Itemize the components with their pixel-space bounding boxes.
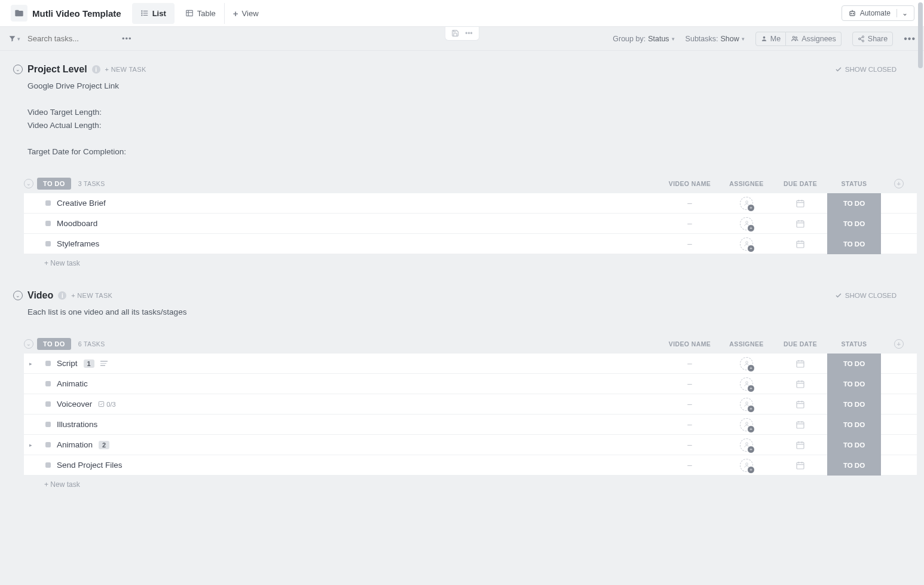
cell-video-name[interactable]: – — [660, 379, 720, 388]
cell-assignee[interactable]: + — [720, 459, 773, 472]
assign-user-icon[interactable]: + — [740, 377, 753, 391]
cell-status[interactable]: TO DO — [827, 394, 881, 415]
task-row[interactable]: ▸ Script 1 – + TO DO — [24, 354, 917, 374]
cell-due-date[interactable] — [773, 420, 827, 429]
search-input[interactable] — [23, 32, 118, 45]
cell-due-date[interactable] — [773, 461, 827, 470]
add-column[interactable]: + — [881, 339, 917, 349]
cell-status[interactable]: TO DO — [827, 234, 881, 254]
cell-status[interactable]: TO DO — [827, 354, 881, 374]
section-description[interactable]: Google Drive Project Link Video Target L… — [7, 77, 917, 159]
task-row[interactable]: Moodboard – + TO DO — [24, 214, 917, 234]
assign-user-icon[interactable]: + — [740, 438, 753, 452]
task-row[interactable]: Voiceover 0/3 – + TO DO — [24, 394, 917, 415]
cell-video-name[interactable]: – — [660, 359, 720, 368]
cell-status[interactable]: TO DO — [827, 193, 881, 214]
cell-video-name[interactable]: – — [660, 400, 720, 409]
assign-user-icon[interactable]: + — [740, 459, 753, 472]
section-title[interactable]: Video — [27, 290, 53, 301]
cell-assignee[interactable]: + — [720, 418, 773, 431]
add-column[interactable]: + — [881, 179, 917, 188]
new-task-button[interactable]: + New task — [24, 254, 917, 267]
cell-status[interactable]: TO DO — [827, 435, 881, 455]
cell-assignee[interactable]: + — [720, 217, 773, 230]
task-row[interactable]: Styleframes – + TO DO — [24, 234, 917, 254]
assign-user-icon[interactable]: + — [740, 217, 753, 230]
tab-table[interactable]: Table — [177, 3, 225, 24]
cell-video-name[interactable]: – — [660, 239, 720, 248]
assign-user-icon[interactable]: + — [740, 237, 753, 251]
automate-button[interactable]: Automate ⌄ — [842, 5, 914, 21]
task-name[interactable]: Send Project Files — [57, 461, 123, 470]
cell-due-date[interactable] — [773, 359, 827, 368]
toolbar-overflow-icon[interactable]: ••• — [904, 33, 916, 44]
collapse-group-icon[interactable]: ⌄ — [24, 339, 33, 349]
cell-due-date[interactable] — [773, 239, 827, 249]
cell-due-date[interactable] — [773, 440, 827, 450]
subtasks-control[interactable]: Subtasks: Show ▾ — [686, 35, 745, 43]
status-square-icon[interactable] — [45, 401, 51, 407]
cell-assignee[interactable]: + — [720, 357, 773, 370]
new-task-link[interactable]: + NEW TASK — [71, 292, 112, 299]
collapse-group-icon[interactable]: ⌄ — [24, 179, 33, 188]
task-name[interactable]: Script — [57, 359, 78, 368]
task-row[interactable]: Illustrations – + TO DO — [24, 415, 917, 435]
column-video-name[interactable]: VIDEO NAME — [660, 340, 720, 348]
cell-assignee[interactable]: + — [720, 377, 773, 391]
column-status[interactable]: STATUS — [827, 180, 881, 187]
status-group-pill[interactable]: TO DO — [37, 178, 71, 190]
scrollbar-thumb[interactable] — [918, 2, 923, 68]
column-assignee[interactable]: ASSIGNEE — [720, 340, 773, 348]
floating-more-icon[interactable]: ••• — [465, 29, 473, 38]
info-icon[interactable]: i — [58, 291, 66, 300]
task-row[interactable]: Animatic – + TO DO — [24, 374, 917, 394]
section-description[interactable]: Each list is one video and all its tasks… — [7, 303, 917, 319]
status-square-icon[interactable] — [45, 422, 51, 427]
new-task-link[interactable]: + NEW TASK — [105, 66, 146, 73]
task-row[interactable]: Creative Brief – + TO DO — [24, 193, 917, 214]
task-row[interactable]: Send Project Files – + TO DO — [24, 455, 917, 476]
cell-due-date[interactable] — [773, 400, 827, 409]
collapse-section-icon[interactable]: ⌄ — [13, 291, 23, 300]
assign-user-icon[interactable]: + — [740, 418, 753, 431]
cell-due-date[interactable] — [773, 219, 827, 228]
assign-user-icon[interactable]: + — [740, 197, 753, 210]
column-video-name[interactable]: VIDEO NAME — [660, 180, 720, 187]
column-assignee[interactable]: ASSIGNEE — [720, 180, 773, 187]
share-button[interactable]: Share — [852, 32, 893, 46]
cell-video-name[interactable]: – — [660, 461, 720, 470]
cell-status[interactable]: TO DO — [827, 214, 881, 234]
tab-list[interactable]: List — [132, 3, 175, 24]
column-due-date[interactable]: DUE DATE — [773, 180, 827, 187]
tab-add-view[interactable]: + View — [225, 2, 267, 25]
status-square-icon[interactable] — [45, 221, 51, 226]
status-square-icon[interactable] — [45, 462, 51, 468]
task-name[interactable]: Creative Brief — [57, 199, 106, 208]
cell-video-name[interactable]: – — [660, 219, 720, 228]
toolbar-more-icon[interactable]: ••• — [118, 34, 136, 43]
task-name[interactable]: Styleframes — [57, 239, 99, 248]
status-group-pill[interactable]: TO DO — [37, 338, 71, 350]
column-due-date[interactable]: DUE DATE — [773, 340, 827, 348]
task-name[interactable]: Animatic — [57, 379, 88, 388]
group-by-control[interactable]: Group by: Status ▾ — [613, 35, 674, 43]
cell-video-name[interactable]: – — [660, 420, 720, 429]
status-square-icon[interactable] — [45, 200, 51, 206]
cell-due-date[interactable] — [773, 379, 827, 389]
expand-toggle[interactable]: ▸ — [24, 361, 37, 367]
me-filter-button[interactable]: Me — [755, 32, 786, 46]
cell-status[interactable]: TO DO — [827, 374, 881, 394]
cell-assignee[interactable]: + — [720, 398, 773, 411]
assign-user-icon[interactable]: + — [740, 398, 753, 411]
task-name[interactable]: Voiceover — [57, 400, 92, 409]
status-square-icon[interactable] — [45, 241, 51, 246]
scrollbar[interactable] — [917, 1, 923, 513]
filter-button[interactable]: ▾ — [8, 35, 20, 42]
status-square-icon[interactable] — [45, 442, 51, 447]
task-row[interactable]: ▸ Animation 2 – + TO DO — [24, 435, 917, 455]
collapse-section-icon[interactable]: ⌄ — [13, 65, 23, 74]
cell-video-name[interactable]: – — [660, 199, 720, 208]
info-icon[interactable]: i — [92, 65, 100, 74]
cell-status[interactable]: TO DO — [827, 415, 881, 435]
cell-status[interactable]: TO DO — [827, 455, 881, 476]
